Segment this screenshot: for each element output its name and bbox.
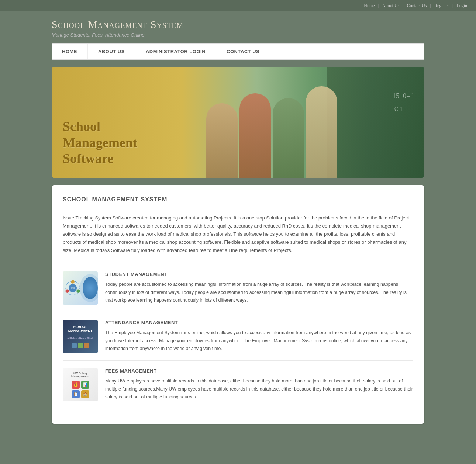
school-icon-1	[72, 343, 77, 348]
hero-section: School Management Software 15+0=f3÷1=	[52, 67, 424, 178]
svg-point-2	[71, 280, 74, 284]
student-4	[306, 86, 337, 178]
intro-paragraph: Issue Tracking System Software created f…	[63, 214, 413, 254]
fees-icons-grid: 💰 📊 📋 🏫	[72, 381, 89, 398]
chalkboard-text: 15+0=f3÷1=	[393, 89, 412, 116]
attendance-mgmt-text: ATTENDANCE MANAGEMENT The Employee Manag…	[105, 320, 413, 353]
hero-line2: Management	[63, 135, 137, 151]
site-header: School Management System Manage Students…	[0, 11, 476, 43]
attendance-mgmt-title: ATTENDANCE MANAGEMENT	[105, 320, 413, 325]
student-mgmt-img-bg: SMS	[63, 271, 98, 305]
fees-mgmt-image: UW SalaryManagement 💰 📊 📋 🏫	[63, 368, 98, 401]
topbar-home-link[interactable]: Home	[364, 3, 375, 8]
hero-text: School Management Software	[63, 119, 137, 167]
svg-point-3	[76, 290, 80, 293]
student-3	[273, 98, 304, 178]
hero-line1: School	[63, 119, 137, 135]
svg-point-4	[65, 290, 69, 293]
attendance-mgmt-img-bg: SCHOOLMANAGEMENT Al Falah · Heera Shah	[63, 320, 98, 353]
hero-students-area: 15+0=f3÷1=	[182, 67, 425, 178]
nav-home[interactable]: HOME	[52, 44, 88, 59]
student-2	[239, 93, 271, 178]
school-img-icons	[72, 343, 89, 348]
student-mgmt-title: STUDENT MANAGEMENT	[105, 271, 413, 277]
topbar-login-link[interactable]: Login	[456, 3, 467, 8]
feature-fees-management: UW SalaryManagement 💰 📊 📋 🏫 FEES MANAGEM…	[63, 360, 413, 409]
school-img-subtitle: Al Falah · Heera Shah	[67, 337, 94, 340]
site-title: School Management System	[52, 19, 424, 31]
separator-4: |	[452, 3, 453, 8]
site-subtitle: Manage Students, Fees, Attendance Online	[52, 32, 424, 38]
student-mgmt-image: SMS	[63, 271, 98, 305]
attendance-mgmt-image: SCHOOLMANAGEMENT Al Falah · Heera Shah	[63, 320, 98, 353]
content-title: SCHOOL MANAGEMENT SYSTEM	[63, 196, 413, 207]
fees-mgmt-text: FEES MANAGEMENT Many UW employees have m…	[105, 368, 413, 401]
feature-attendance-management: SCHOOLMANAGEMENT Al Falah · Heera Shah A…	[63, 312, 413, 360]
fees-mgmt-desc: Many UW employees have multiple records …	[105, 377, 413, 401]
attendance-mgmt-desc: The Employee Management System runs onli…	[105, 329, 413, 353]
topbar-register-link[interactable]: Register	[434, 3, 449, 8]
nav-about[interactable]: ABOUT US	[88, 44, 135, 59]
school-icon-2	[78, 343, 83, 348]
student-mgmt-desc: Today people are accustomed to accessing…	[105, 281, 413, 304]
nav-contact[interactable]: CONTACT US	[216, 44, 270, 59]
student-mgmt-text: STUDENT MANAGEMENT Today people are accu…	[105, 271, 413, 305]
fees-icon-4: 🏫	[81, 390, 89, 398]
school-img-line	[70, 335, 90, 335]
school-img-title: SCHOOLMANAGEMENT	[68, 325, 93, 333]
fees-img-title: UW SalaryManagement	[71, 371, 89, 378]
fees-icon-2: 📊	[81, 381, 89, 389]
fees-icon-1: 💰	[72, 381, 80, 389]
feature-student-management: SMS STUDENT MANAGEMENT Today people are …	[63, 264, 413, 312]
content-section: SCHOOL MANAGEMENT SYSTEM Issue Tracking …	[52, 185, 424, 424]
main-wrapper: School Management Software 15+0=f3÷1= SC…	[52, 67, 424, 424]
top-bar: Home | About Us | Contact Us | Register …	[0, 0, 476, 11]
separator-3: |	[430, 3, 431, 8]
student-silhouettes	[206, 78, 337, 178]
fees-mgmt-title: FEES MANAGEMENT	[105, 368, 413, 374]
hero-line3: Software	[63, 151, 137, 167]
student-1	[206, 103, 238, 178]
fees-icon-3: 📋	[72, 390, 80, 398]
separator-1: |	[378, 3, 379, 8]
student-mgmt-diagram: SMS	[63, 273, 83, 303]
navigation: HOME ABOUT US ADMINISTRATOR LOGIN CONTAC…	[52, 43, 424, 60]
chalkboard-bg	[327, 67, 424, 178]
school-icon-3	[84, 343, 89, 348]
fees-mgmt-img-bg: UW SalaryManagement 💰 📊 📋 🏫	[63, 368, 98, 401]
topbar-contact-link[interactable]: Contact Us	[407, 3, 427, 8]
topbar-about-link[interactable]: About Us	[382, 3, 399, 8]
separator-2: |	[403, 3, 403, 8]
svg-text:SMS: SMS	[71, 288, 75, 290]
nav-admin-login[interactable]: ADMINISTRATOR LOGIN	[135, 44, 216, 59]
